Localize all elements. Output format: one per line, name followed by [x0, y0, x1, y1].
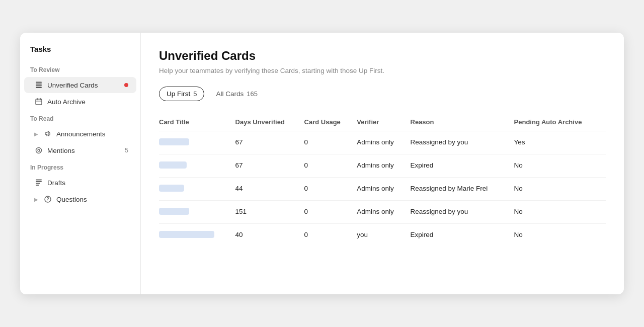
chevron-icon-questions: ▶: [34, 197, 38, 202]
sidebar-item-label-auto-archive: Auto Archive: [47, 98, 128, 106]
mentions-count: 5: [125, 147, 128, 154]
section-label-in-progress: In Progress: [20, 159, 140, 174]
badge-dot: [124, 83, 128, 87]
table-row: 440Admins onlyReassigned by Marie FreiNo: [159, 178, 606, 201]
section-label-to-review: To Review: [20, 61, 140, 76]
tab-up-first-count: 5: [193, 90, 197, 98]
cell-reason: Reassigned by you: [411, 131, 514, 154]
table-row: 670Admins onlyReassigned by youYes: [159, 131, 606, 154]
layers-icon: [34, 80, 43, 90]
svg-rect-11: [36, 183, 40, 184]
sidebar-item-label-mentions: Mentions: [47, 147, 121, 154]
section-label-to-read: To Read: [20, 110, 140, 125]
sidebar-item-mentions[interactable]: Mentions 5: [24, 142, 136, 158]
cell-card-title: [159, 131, 235, 154]
main-content: Unverified Cards Help your teammates by …: [141, 33, 624, 294]
cell-reason: Reassigned by Marie Frei: [411, 178, 514, 201]
svg-point-15: [47, 201, 48, 201]
cell-card-usage: 0: [304, 224, 357, 247]
sidebar-item-unverified-cards[interactable]: Unverified Cards: [24, 77, 136, 93]
tab-all-cards-count: 165: [247, 90, 258, 98]
drafts-icon: [34, 178, 43, 187]
sidebar-item-label-drafts: Drafts: [47, 179, 128, 187]
table-row: 400youExpiredNo: [159, 224, 606, 247]
cell-pending-auto-archive: No: [514, 178, 606, 201]
page-title: Unverified Cards: [159, 49, 606, 63]
tab-up-first[interactable]: Up First 5: [159, 87, 204, 101]
blurred-card-title[interactable]: [159, 231, 214, 238]
cell-card-usage: 0: [304, 201, 357, 224]
svg-rect-13: [36, 180, 42, 181]
svg-rect-4: [36, 99, 42, 105]
svg-rect-1: [36, 86, 42, 87]
cell-verifier: you: [357, 224, 410, 247]
help-circle-icon: [43, 195, 52, 204]
cards-table-container: Card Title Days Unverified Card Usage Ve…: [159, 113, 606, 247]
cell-card-usage: 0: [304, 154, 357, 178]
cell-days-unverified: 67: [235, 131, 304, 154]
cell-verifier: Admins only: [357, 154, 410, 178]
blurred-card-title[interactable]: [159, 208, 189, 215]
cell-card-usage: 0: [304, 178, 357, 201]
blurred-card-title[interactable]: [159, 138, 189, 145]
sidebar-item-drafts[interactable]: Drafts: [24, 175, 136, 191]
calendar-icon: [34, 97, 43, 106]
cell-card-title: [159, 224, 235, 247]
tab-all-cards[interactable]: All Cards 165: [208, 87, 265, 101]
svg-rect-0: [36, 84, 42, 85]
cell-pending-auto-archive: No: [514, 224, 606, 247]
cell-verifier: Admins only: [357, 131, 410, 154]
table-row: 670Admins onlyExpiredNo: [159, 154, 606, 178]
svg-rect-12: [36, 185, 39, 186]
cell-pending-auto-archive: Yes: [514, 131, 606, 154]
sidebar-title: Tasks: [20, 45, 140, 61]
cell-days-unverified: 40: [235, 224, 304, 247]
col-header-pending-auto-archive: Pending Auto Archive: [514, 113, 606, 131]
cell-card-title: [159, 154, 235, 178]
cell-days-unverified: 44: [235, 178, 304, 201]
cell-reason: Reassigned by you: [411, 201, 514, 224]
col-header-card-title: Card Title: [159, 113, 235, 131]
sidebar-item-label-unverified-cards: Unverified Cards: [47, 81, 118, 89]
cell-card-title: [159, 178, 235, 201]
col-header-reason: Reason: [411, 113, 514, 131]
table-row: 1510Admins onlyReassigned by youNo: [159, 201, 606, 224]
sidebar: Tasks To Review Unverified Cards: [20, 33, 141, 294]
megaphone-icon: [43, 129, 52, 138]
col-header-days-unverified: Days Unverified: [235, 113, 304, 131]
blurred-card-title[interactable]: [159, 161, 187, 169]
page-subtitle: Help your teammates by verifying these C…: [159, 67, 606, 74]
sidebar-item-label-announcements: Announcements: [56, 130, 128, 138]
svg-point-8: [36, 148, 42, 153]
app-container: Tasks To Review Unverified Cards: [20, 33, 624, 294]
sidebar-item-announcements[interactable]: ▶ Announcements: [24, 126, 136, 142]
cards-table: Card Title Days Unverified Card Usage Ve…: [159, 113, 606, 247]
at-icon: [34, 146, 43, 155]
tab-up-first-label: Up First: [167, 90, 190, 98]
col-header-verifier: Verifier: [357, 113, 410, 131]
cell-pending-auto-archive: No: [514, 154, 606, 178]
cell-verifier: Admins only: [357, 178, 410, 201]
cell-days-unverified: 67: [235, 154, 304, 178]
tab-all-cards-label: All Cards: [216, 90, 244, 98]
cell-reason: Expired: [411, 154, 514, 178]
sidebar-item-questions[interactable]: ▶ Questions: [24, 191, 136, 207]
svg-rect-3: [36, 82, 42, 83]
cell-days-unverified: 151: [235, 201, 304, 224]
cell-card-title: [159, 201, 235, 224]
svg-rect-10: [36, 181, 42, 182]
sidebar-item-label-questions: Questions: [56, 196, 128, 203]
cell-card-usage: 0: [304, 131, 357, 154]
blurred-card-title[interactable]: [159, 185, 184, 192]
col-header-card-usage: Card Usage: [304, 113, 357, 131]
tabs-container: Up First 5 All Cards 165: [159, 87, 606, 101]
cell-reason: Expired: [411, 224, 514, 247]
cell-pending-auto-archive: No: [514, 201, 606, 224]
cell-verifier: Admins only: [357, 201, 410, 224]
sidebar-item-auto-archive[interactable]: Auto Archive: [24, 94, 136, 110]
svg-rect-2: [36, 87, 42, 88]
chevron-icon-announcements: ▶: [34, 131, 38, 137]
